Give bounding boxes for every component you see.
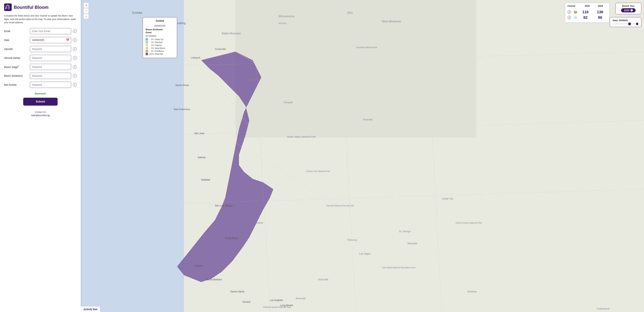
bloom-color-swatch [146, 41, 148, 44]
bloom-sentiment-info-icon[interactable]: i [73, 74, 77, 78]
svg-text:NEVADA: NEVADA [278, 22, 287, 25]
svg-text:Reno: Reno [227, 63, 233, 66]
activity-bee: Activity Bee [81, 306, 100, 312]
zipcode-label: Zipcode [4, 48, 28, 50]
info-icon-2[interactable]: i [568, 16, 571, 19]
bloom-sentiment-row: Bloom Sentiment i [4, 73, 77, 79]
bloom-color-swatch [146, 47, 148, 49]
bloom-bar-row: 0%Green Tip [146, 38, 174, 41]
bloom-percentage: 0% [149, 44, 154, 46]
stats-card: Central 2025 2024 i 🐝 116 136 i ❄️ 82 86 [565, 3, 610, 23]
activity-bee-label: Activity Bee [84, 308, 97, 311]
svg-text:Susanville: Susanville [215, 48, 226, 50]
zoom-in-button[interactable]: + [84, 3, 89, 8]
svg-text:St. George: St. George [399, 230, 410, 233]
svg-text:San Jose: San Jose [194, 132, 204, 135]
svg-text:Santa Clarita: Santa Clarita [230, 290, 244, 293]
bloom-stage-name: Full Bloom [155, 50, 164, 52]
varieties-label: All Varieties [146, 35, 174, 37]
date-input[interactable] [30, 37, 71, 43]
svg-text:Elko: Elko [347, 11, 352, 14]
bloom-sentiment-input[interactable] [30, 73, 71, 79]
date-info-icon[interactable]: i [73, 38, 77, 42]
contact-email[interactable]: hello@bountiful.ag [4, 114, 77, 117]
stats-year2: 2024 [594, 5, 607, 7]
submit-button[interactable]: Submit [23, 98, 58, 106]
app-title: Bountiful Bloom [14, 5, 48, 10]
bloom-sentiment-popup-label: Bloom Sentiment [146, 28, 174, 31]
map-controls: + − ⌂ [84, 3, 89, 19]
svg-text:Lake Mead National Recreation : Lake Mead National Recreation Area [382, 266, 415, 269]
stat-val-2-2: 86 [593, 15, 607, 20]
svg-text:Victorville: Victorville [318, 278, 328, 281]
zipcode-info-icon[interactable]: i [73, 47, 77, 51]
home-button[interactable]: ⌂ [84, 14, 89, 19]
email-info-icon[interactable]: i [73, 29, 77, 33]
info-icon-1[interactable]: i [568, 10, 571, 14]
svg-text:Long Beach: Long Beach [280, 304, 293, 307]
bloom-color-swatch [146, 38, 148, 41]
svg-text:Mesquite: Mesquite [408, 242, 417, 245]
logo-icon [4, 4, 12, 11]
bloom-stage-name: Early Bloom [155, 47, 165, 49]
svg-text:Eureka: Eureka [132, 11, 142, 15]
svg-text:Lakeport: Lakeport [191, 56, 200, 59]
zipcode-input[interactable] [30, 46, 71, 52]
bloom-color-swatch [146, 50, 148, 52]
bloom-stage-input[interactable] [30, 64, 71, 70]
stat-val-1-1: 116 [578, 10, 592, 14]
bloom-year-toggle[interactable]: 2025 [621, 8, 636, 12]
bloom-color-swatch [146, 53, 148, 55]
bloom-percentage: 0% [149, 38, 154, 41]
bloom-bar-row: 0%Early Bloom [146, 47, 174, 49]
zoom-out-button[interactable]: − [84, 8, 89, 14]
svg-text:Seledad: Seledad [201, 178, 210, 181]
svg-text:Yosemite National Park: Yosemite National Park [356, 46, 377, 49]
bloom-sentiment-popup-value: Good [146, 31, 174, 34]
email-label: Email [4, 30, 28, 33]
description-text: Complete the fields below and click 'Sub… [4, 14, 77, 24]
email-input[interactable] [30, 28, 71, 34]
stat-val-1-2: 136 [593, 10, 607, 14]
svg-text:Riverside: Riverside [296, 297, 306, 300]
svg-text:Los Angeles: Los Angeles [270, 299, 283, 301]
bloom-stage-name: Popcorn [155, 44, 162, 46]
bee-activity-input[interactable] [30, 82, 71, 88]
stat-val-2-1: 82 [578, 15, 592, 20]
bee-activity-label: Bee Activity [4, 83, 28, 86]
left-panel: Bountiful Bloom Complete the fields belo… [0, 0, 81, 312]
central-popup: Central 03/09/2025 Bloom Sentiment Good … [143, 17, 177, 58]
date-row: Date 📅 i [4, 37, 77, 43]
stats-year1: 2025 [581, 5, 594, 7]
stats-region: Central [568, 5, 581, 7]
svg-text:San Francisco: San Francisco [174, 108, 190, 111]
svg-rect-0 [4, 4, 12, 11]
almond-variety-input[interactable] [30, 55, 71, 61]
contact-label: Contact Us [35, 111, 46, 113]
bloom-stage-info-icon[interactable]: i [73, 65, 77, 69]
date-wrapper: 📅 [30, 37, 71, 43]
date-label: Date [4, 39, 28, 42]
svg-text:Pahrump: Pahrump [347, 238, 357, 241]
svg-text:Santa Barbara: Santa Barbara [206, 278, 222, 281]
bloom-stage-name: Pink Bud [155, 41, 162, 43]
svg-text:Tenopah: Tenopah [284, 101, 293, 104]
date-slider[interactable] [613, 24, 635, 24]
bloom-stage-name: Green Tip [155, 38, 163, 41]
almond-variety-info-icon[interactable]: i [73, 56, 77, 60]
logo-row: Bountiful Bloom [4, 4, 77, 11]
bee-activity-info-icon[interactable]: i [73, 83, 77, 87]
toggle-dot [630, 9, 633, 12]
map-area: Eureka Redding Battle Mountain Winnemucc… [81, 0, 644, 312]
bloom-stage-label: Bloom Stage2 [4, 65, 28, 69]
bloom-bar-row: 100%Petal Fall [146, 53, 174, 55]
contact-section: Contact Us hello@bountiful.ag [4, 111, 77, 117]
svg-text:Salinas: Salinas [198, 156, 206, 159]
stats-header: Central 2025 2024 [568, 5, 607, 9]
bloom-bars: 0%Green Tip0%Pink Bud0%Popcorn0%Early Bl… [146, 38, 174, 55]
date-slider-wrapper [613, 23, 638, 25]
snowflake-icon: ❄️ [573, 16, 578, 20]
bloom-percentage: 0% [149, 50, 154, 52]
svg-text:Winnemucca: Winnemucca [278, 15, 294, 18]
svg-text:Santa Maria: Santa Maria [225, 237, 238, 240]
